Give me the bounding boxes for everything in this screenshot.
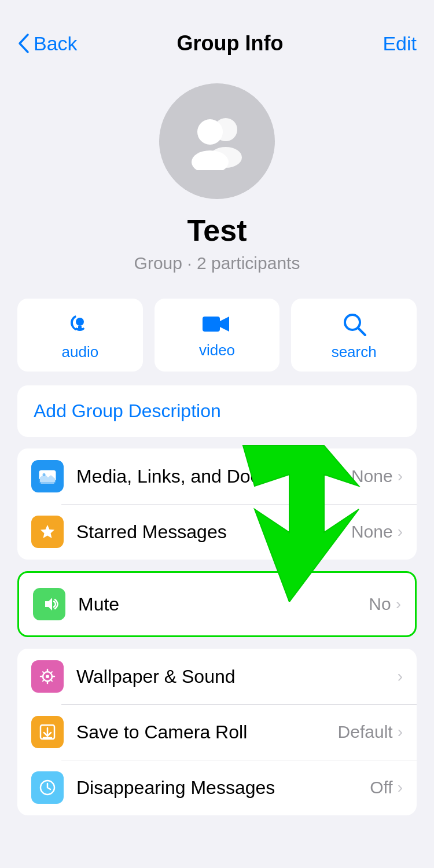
svg-line-25 [43, 672, 45, 674]
camera-roll-icon [31, 716, 64, 748]
audio-label: audio [62, 343, 99, 361]
camera-roll-chevron: › [398, 723, 403, 741]
starred-value: None [351, 522, 393, 542]
add-description-card: Add Group Description [17, 385, 417, 437]
add-description-label: Add Group Description [34, 400, 221, 421]
wallpaper-chevron: › [398, 667, 403, 686]
disappearing-chevron: › [398, 778, 403, 797]
video-icon [203, 313, 231, 337]
mute-icon [33, 588, 65, 620]
search-label: search [332, 343, 377, 361]
mute-card: Mute No › [17, 571, 417, 637]
disappearing-row[interactable]: Disappearing Messages Off › [17, 760, 417, 815]
starred-label: Starred Messages [76, 521, 351, 543]
back-button[interactable]: Back [17, 32, 78, 55]
disappearing-icon [31, 771, 64, 804]
mute-value: No [369, 594, 391, 614]
media-icon [31, 460, 64, 492]
svg-point-15 [43, 473, 46, 476]
audio-button[interactable]: audio [17, 299, 143, 372]
wallpaper-icon [31, 660, 64, 693]
camera-roll-label: Save to Camera Roll [76, 722, 338, 743]
camera-roll-row[interactable]: Save to Camera Roll Default › [17, 704, 417, 760]
svg-line-28 [43, 679, 45, 681]
video-button[interactable]: video [155, 299, 280, 372]
mute-label: Mute [78, 594, 369, 615]
starred-icon [31, 516, 64, 548]
wallpaper-row[interactable]: Wallpaper & Sound › [17, 649, 417, 704]
group-subtitle: Group · 2 participants [134, 253, 300, 273]
svg-marker-18 [45, 598, 52, 610]
media-value: None [351, 466, 393, 486]
starred-row[interactable]: Starred Messages None › [17, 504, 417, 560]
nav-bar: Back Group Info Edit [0, 0, 434, 66]
mute-row[interactable]: Mute No › [19, 573, 415, 635]
search-button[interactable]: search [291, 299, 417, 372]
media-starred-card: Media, Links, and Docs None › Starred Me… [17, 448, 417, 560]
svg-point-2 [197, 119, 223, 145]
video-label: video [199, 341, 235, 359]
svg-point-4 [76, 318, 84, 326]
back-label: Back [34, 32, 78, 55]
media-row[interactable]: Media, Links, and Docs None › [17, 448, 417, 504]
svg-point-20 [46, 675, 49, 678]
group-avatar [159, 83, 275, 199]
wallpaper-label: Wallpaper & Sound [76, 666, 398, 687]
media-chevron: › [398, 467, 403, 486]
group-name: Test [187, 213, 247, 248]
edit-button[interactable]: Edit [382, 32, 417, 55]
svg-line-26 [50, 679, 52, 681]
media-label: Media, Links, and Docs [76, 466, 351, 487]
page-title: Group Info [177, 31, 284, 56]
svg-rect-6 [76, 328, 83, 330]
settings-card: Wallpaper & Sound › Save to Camera Roll … [17, 649, 417, 815]
disappearing-value: Off [370, 778, 392, 797]
camera-roll-value: Default [338, 722, 393, 742]
mute-chevron: › [396, 595, 401, 613]
action-buttons-row: audio video search [0, 285, 434, 385]
svg-line-9 [358, 328, 365, 335]
svg-marker-16 [41, 525, 54, 538]
search-icon [341, 311, 367, 339]
starred-chevron: › [398, 523, 403, 541]
avatar-section: Test Group · 2 participants [0, 66, 434, 285]
disappearing-label: Disappearing Messages [76, 777, 370, 799]
audio-icon [67, 311, 93, 339]
svg-rect-7 [203, 317, 220, 332]
add-description-button[interactable]: Add Group Description [17, 385, 417, 437]
svg-line-27 [50, 672, 52, 674]
